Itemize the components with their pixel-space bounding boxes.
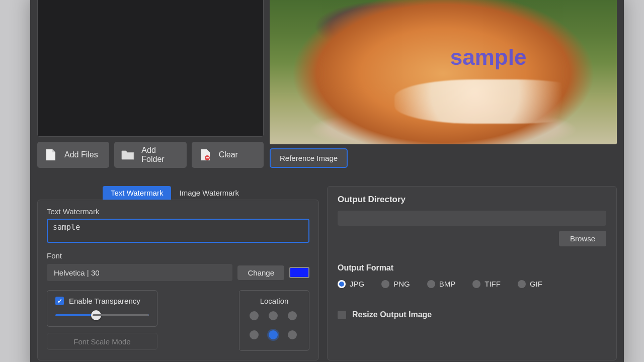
location-dot-2[interactable] (288, 311, 297, 320)
text-watermark-box: Text Watermark Font Helvetica | 30 Chang… (37, 200, 319, 360)
location-grid (250, 311, 299, 341)
format-tiff[interactable]: TIFF (472, 280, 501, 288)
format-bmp-label: BMP (439, 280, 456, 288)
location-dot-4[interactable] (269, 330, 278, 339)
font-display: Helvetica | 30 (47, 264, 232, 281)
format-jpg-label: JPG (350, 280, 364, 288)
file-pane: Add Files Add Folder Clear (37, 0, 264, 168)
checkbox-checked-icon[interactable]: ✓ (55, 297, 64, 305)
change-font-button[interactable]: Change (237, 265, 284, 280)
transparency-box: ✓ Enable Transparency (47, 290, 157, 327)
checkbox-unchecked-icon[interactable] (338, 311, 346, 319)
enable-transparency-row[interactable]: ✓ Enable Transparency (55, 297, 149, 305)
format-bmp[interactable]: BMP (427, 280, 456, 288)
file-buttons-row: Add Files Add Folder Clear (37, 142, 264, 168)
resize-output-label: Resize Output Image (352, 310, 432, 319)
add-folder-label: Add Folder (141, 146, 179, 164)
output-directory-field[interactable] (338, 211, 606, 226)
radio-icon (427, 280, 435, 288)
output-panel: Output Directory Browse Output Format JP… (327, 186, 617, 360)
output-format-row: JPG PNG BMP TIFF GIF (338, 280, 606, 288)
watermark-panel: Text Watermark Image Watermark Text Wate… (37, 186, 319, 360)
bottom-row: Text Watermark Image Watermark Text Wate… (37, 186, 617, 360)
radio-selected-icon (338, 280, 346, 288)
add-files-button[interactable]: Add Files (37, 142, 109, 168)
file-icon (44, 148, 57, 161)
file-list[interactable] (37, 0, 264, 137)
tab-text-watermark[interactable]: Text Watermark (103, 186, 171, 200)
text-watermark-label: Text Watermark (47, 207, 309, 216)
output-directory-label: Output Directory (338, 195, 606, 205)
preview-pane: sample Reference Image (270, 0, 617, 168)
left-sub-col: ✓ Enable Transparency Font Scale Mode (47, 290, 157, 350)
radio-icon (472, 280, 480, 288)
clear-label: Clear (219, 150, 238, 159)
font-row: Helvetica | 30 Change (47, 264, 309, 281)
slider-thumb[interactable] (91, 310, 101, 320)
clear-icon (199, 148, 212, 161)
sub-row: ✓ Enable Transparency Font Scale Mode Lo… (47, 290, 309, 351)
watermark-text-input[interactable] (47, 219, 309, 243)
add-folder-button[interactable]: Add Folder (114, 142, 186, 168)
font-label: Font (47, 251, 309, 260)
location-dot-0[interactable] (250, 311, 259, 320)
svg-rect-1 (206, 157, 209, 158)
watermark-overlay: sample (450, 45, 527, 70)
tabs: Text Watermark Image Watermark (103, 186, 319, 200)
format-tiff-label: TIFF (485, 280, 501, 288)
location-dot-1[interactable] (269, 311, 278, 320)
location-dot-5[interactable] (288, 330, 297, 339)
location-dot-3[interactable] (250, 330, 259, 339)
radio-icon (518, 280, 526, 288)
transparency-slider[interactable] (55, 314, 149, 316)
add-files-label: Add Files (64, 150, 98, 159)
format-png-label: PNG (393, 280, 410, 288)
font-scale-mode-box[interactable]: Font Scale Mode (47, 333, 157, 350)
font-color-swatch[interactable] (289, 267, 309, 278)
location-label: Location (250, 297, 299, 305)
format-gif[interactable]: GIF (518, 280, 542, 288)
resize-row[interactable]: Resize Output Image (338, 310, 606, 319)
folder-icon (121, 148, 134, 161)
format-gif-label: GIF (530, 280, 542, 288)
reference-image-button[interactable]: Reference Image (270, 148, 348, 168)
top-row: Add Files Add Folder Clear sampl (37, 0, 617, 168)
app-window: Add Files Add Folder Clear sampl (30, 0, 624, 362)
format-png[interactable]: PNG (381, 280, 410, 288)
enable-transparency-label: Enable Transparency (69, 297, 140, 305)
browse-button[interactable]: Browse (559, 231, 606, 246)
radio-icon (381, 280, 389, 288)
tab-image-watermark[interactable]: Image Watermark (171, 186, 247, 200)
clear-button[interactable]: Clear (192, 142, 264, 168)
format-jpg[interactable]: JPG (338, 280, 364, 288)
location-box: Location (239, 290, 309, 351)
preview-image: sample (270, 0, 617, 144)
output-format-label: Output Format (338, 263, 606, 273)
